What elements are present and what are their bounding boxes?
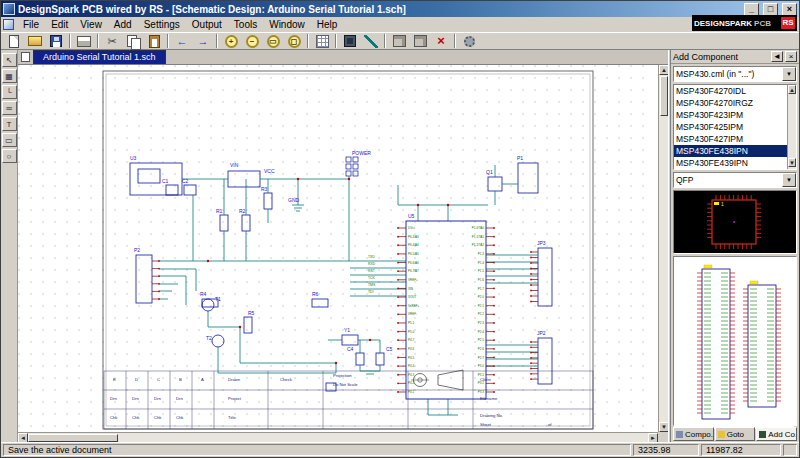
print-button[interactable] <box>74 33 94 49</box>
copy-button[interactable] <box>123 33 143 49</box>
svg-text:Do Not Scale: Do Not Scale <box>333 382 358 387</box>
settings-button[interactable] <box>459 33 479 49</box>
bus-tool[interactable]: ═ <box>2 101 17 115</box>
canvas-horizontal-scrollbar[interactable]: ◄ ► <box>18 432 658 442</box>
svg-text:P2.6: P2.6 <box>478 347 485 351</box>
schematic-canvas[interactable]: EDCBADrawnCheckProjectionDo Not ScaleDrn… <box>18 65 658 432</box>
dock-left-icon[interactable]: ◄ <box>771 51 783 62</box>
zoom-out-button[interactable]: − <box>242 33 262 49</box>
svg-text:RST: RST <box>368 269 375 273</box>
circle-tool[interactable]: ○ <box>2 149 17 163</box>
svg-text:C2: C2 <box>182 178 189 184</box>
list-scroll-track[interactable] <box>788 94 796 158</box>
svg-text:TMS: TMS <box>368 283 376 287</box>
document-tab[interactable]: Arduino Serial Tutorial 1.sch <box>33 50 166 64</box>
svg-text:P1: P1 <box>517 155 523 161</box>
canvas-vertical-scrollbar[interactable]: ▲ ▼ <box>658 65 668 432</box>
panel-tab-goto[interactable]: Goto <box>715 427 756 441</box>
svg-text:R4: R4 <box>200 291 207 297</box>
grid-button[interactable] <box>312 33 332 49</box>
panel-close-icon[interactable]: × <box>785 51 797 62</box>
menu-item-window[interactable]: Window <box>263 18 311 31</box>
add-component-button[interactable] <box>340 33 360 49</box>
scroll-up-icon[interactable]: ▲ <box>788 85 796 94</box>
svg-text:P2.2: P2.2 <box>478 312 485 316</box>
svg-text:Q1: Q1 <box>486 169 493 175</box>
view-3d-button[interactable] <box>389 33 409 49</box>
shape-tool[interactable]: ▭ <box>2 133 17 147</box>
chevron-down-icon[interactable]: ▼ <box>782 67 796 81</box>
select-tool[interactable]: ↖ <box>2 53 17 67</box>
panel-tab-icon <box>718 431 725 438</box>
footprint-preview[interactable]: 1 <box>673 190 797 254</box>
menu-item-add[interactable]: Add <box>108 18 138 31</box>
package-select[interactable]: QFP ▼ <box>673 172 797 188</box>
list-item[interactable]: MSP430FE439IPN <box>674 157 796 169</box>
svg-text:P3.1: P3.1 <box>478 373 485 377</box>
chevron-down-icon[interactable]: ▼ <box>782 173 796 187</box>
paste-icon <box>149 35 160 48</box>
vertical-scroll-thumb[interactable] <box>660 76 668 116</box>
delete-button[interactable] <box>431 33 451 49</box>
horizontal-scroll-thumb[interactable] <box>28 434 118 442</box>
zoom-in-button[interactable]: + <box>221 33 241 49</box>
svg-text:C1: C1 <box>162 178 169 184</box>
menu-item-file[interactable]: File <box>17 18 45 31</box>
paste-button[interactable] <box>144 33 164 49</box>
panel-tab-addco[interactable]: Add Co... <box>756 427 797 441</box>
toolbar-separator <box>454 34 456 48</box>
undo-button[interactable] <box>172 33 192 49</box>
panel-title: Add Component <box>673 52 769 62</box>
svg-text:R1: R1 <box>216 208 223 214</box>
copy-icon <box>127 35 140 48</box>
list-item[interactable]: MSP430F4270IRGZ <box>674 97 796 109</box>
svg-text:P3.0: P3.0 <box>478 364 485 368</box>
svg-text:JP2: JP2 <box>537 330 546 336</box>
wire-tool[interactable]: └ <box>2 85 17 99</box>
add-wire-button[interactable] <box>361 33 381 49</box>
svg-text:Check: Check <box>280 377 293 382</box>
save-button[interactable] <box>46 33 66 49</box>
maximize-button[interactable]: □ <box>763 3 778 16</box>
text-tool[interactable]: T <box>2 117 17 131</box>
svg-text:Drawn: Drawn <box>228 377 241 382</box>
status-message: Save the active document <box>3 444 631 456</box>
library-select[interactable]: MSP430.cml (in "...") ▼ <box>673 66 797 82</box>
list-item[interactable]: MSP430F427IPM <box>674 133 796 145</box>
menu-item-view[interactable]: View <box>74 18 108 31</box>
svg-text:Drn: Drn <box>154 396 161 401</box>
open-button[interactable] <box>25 33 45 49</box>
svg-text:P1.4: P1.4 <box>478 261 485 265</box>
component-list[interactable]: MSP430F4270IDLMSP430F4270IRGZMSP430F423I… <box>673 84 797 170</box>
redo-button[interactable] <box>193 33 213 49</box>
logo-brand: DESIGNSPARK <box>694 19 752 28</box>
list-item[interactable]: MSP430F4270IDL <box>674 85 796 97</box>
menu-item-help[interactable]: Help <box>311 18 344 31</box>
zoom-window-button[interactable]: ▭ <box>263 33 283 49</box>
minimize-button[interactable]: _ <box>744 3 759 16</box>
list-item[interactable]: MSP430FE438IPN <box>674 145 796 157</box>
menu-item-tools[interactable]: Tools <box>228 18 263 31</box>
new-button[interactable] <box>4 33 24 49</box>
schematic-drawing[interactable]: EDCBADrawnCheckProjectionDo Not ScaleDrn… <box>18 65 650 432</box>
list-item[interactable]: MSP430F425IPM <box>674 121 796 133</box>
svg-text:VREF+: VREF+ <box>408 278 418 282</box>
zoom-full-button[interactable]: ◻ <box>284 33 304 49</box>
child-window-icon[interactable] <box>3 19 14 30</box>
close-button[interactable]: × <box>782 3 797 16</box>
panel-tab-icon <box>759 431 766 438</box>
scroll-down-icon[interactable]: ▼ <box>788 158 796 167</box>
menu-item-output[interactable]: Output <box>186 18 228 31</box>
svg-text:P4.6: P4.6 <box>408 347 415 351</box>
translate-to-pcb-button[interactable] <box>410 33 430 49</box>
menu-item-edit[interactable]: Edit <box>45 18 74 31</box>
cut-button[interactable] <box>102 33 122 49</box>
symbol-preview[interactable] <box>673 256 797 426</box>
svg-text:TDI: TDI <box>368 290 374 294</box>
panel-tab-compo[interactable]: Compo... <box>673 427 714 441</box>
menu-item-settings[interactable]: Settings <box>138 18 186 31</box>
open-icon <box>28 36 42 46</box>
list-scrollbar[interactable]: ▲▼ <box>787 85 796 169</box>
component-tool[interactable]: ▦ <box>2 69 17 83</box>
list-item[interactable]: MSP430F423IPM <box>674 109 796 121</box>
